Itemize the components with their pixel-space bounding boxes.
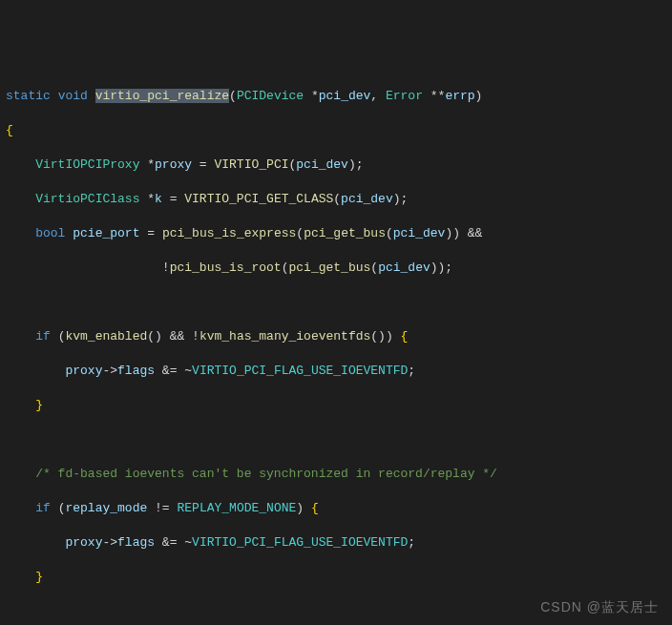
code-line: if (replay_mode != REPLAY_MODE_NONE) {: [2, 500, 672, 517]
code-line: {: [2, 122, 672, 139]
code-line: VirtioPCIClass *k = VIRTIO_PCI_GET_CLASS…: [2, 191, 672, 208]
highlighted-fn: virtio_pci_realize: [95, 89, 229, 103]
code-line: VirtIOPCIProxy *proxy = VIRTIO_PCI(pci_d…: [2, 156, 672, 174]
code-line: proxy->flags &= ~VIRTIO_PCI_FLAG_USE_IOE…: [2, 363, 672, 380]
code-line: if (kvm_enabled() && !kvm_has_many_ioeve…: [2, 328, 672, 345]
code-line: /* fd-based ioevents can't be synchroniz…: [2, 466, 672, 483]
watermark: CSDN @蓝天居士: [540, 598, 659, 615]
code-line: [2, 431, 672, 448]
code-line: }: [2, 397, 672, 414]
code-editor: static void virtio_pci_realize(PCIDevice…: [0, 69, 672, 625]
code-line: [2, 294, 672, 311]
code-line: bool pcie_port = pci_bus_is_express(pci_…: [2, 225, 672, 242]
code-line: proxy->flags &= ~VIRTIO_PCI_FLAG_USE_IOE…: [2, 534, 672, 552]
code-line: static void virtio_pci_realize(PCIDevice…: [2, 88, 672, 105]
code-line: !pci_bus_is_root(pci_get_bus(pci_dev));: [2, 260, 672, 277]
code-line: }: [2, 569, 672, 586]
